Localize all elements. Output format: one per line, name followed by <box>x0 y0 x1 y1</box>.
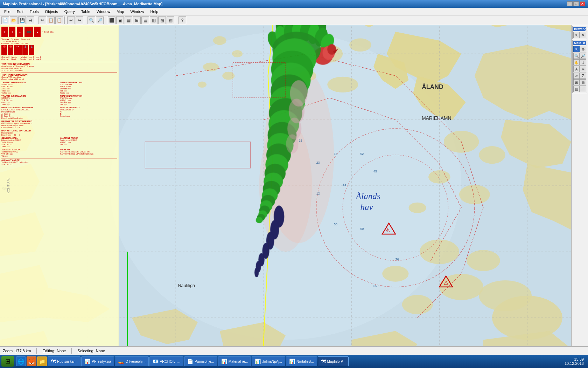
menu-file[interactable]: File <box>1 8 13 15</box>
tb-view2[interactable]: ▣ <box>116 16 124 24</box>
main-title: Main ✕ <box>573 41 586 45</box>
taskbar-nortlje-btn[interactable]: 📊 NortaljeS... <box>286 356 317 366</box>
tb-save[interactable]: 💾 <box>18 16 26 24</box>
explorer-taskbar-btn[interactable]: 📁 <box>37 356 47 366</box>
tb-open[interactable]: 📂 <box>10 16 18 24</box>
taskbar-puomi-btn[interactable]: 📄 Puomiohje... <box>184 356 217 366</box>
restore-button[interactable]: □ <box>573 1 579 6</box>
taskbar: ⊞ 🌐 🦊 📁 🗺 Ruotsin kar... 📊 PP-esityksia … <box>0 355 588 368</box>
tool-info-btn[interactable]: ℹ <box>580 59 586 66</box>
svg-point-15 <box>198 81 206 88</box>
tb-print[interactable]: 🖨 <box>27 16 34 24</box>
tool-select-btn[interactable]: ↖ <box>573 46 580 52</box>
map-area[interactable]: ⚠ ⚠ Ålands hav ÅLAND MARIEHAMN Nautiliga… <box>0 25 571 346</box>
ie-taskbar-btn[interactable]: 🌐 <box>16 356 26 366</box>
menu-window2[interactable]: Window <box>127 8 147 15</box>
svg-text:70: 70 <box>396 258 399 261</box>
main-close-btn[interactable]: ✕ <box>583 41 586 45</box>
tb-view1[interactable]: ⬛ <box>108 16 115 24</box>
ppt2-icon: 📊 <box>255 359 261 364</box>
drawing-close-btn[interactable]: ✕ <box>587 27 588 31</box>
tool-zoom-in-btn[interactable]: 🔍 <box>573 53 580 59</box>
svg-point-5 <box>327 77 358 93</box>
taskbar-jolma-btn[interactable]: 📊 JolmaNpAj... <box>252 356 285 366</box>
tb-paste[interactable]: 📋 <box>55 16 63 24</box>
tool-grid-btn[interactable]: ▦ <box>573 86 580 92</box>
close-button[interactable]: ✕ <box>580 1 585 6</box>
mapinfo-icon: 🗺 <box>321 359 326 364</box>
tool-draw-btn[interactable]: ✏ <box>580 66 586 72</box>
draw-select-btn[interactable]: ↖ <box>573 32 580 38</box>
taskbar-otvene-label: OTveneohj... <box>125 360 145 363</box>
tool-layer-btn[interactable]: ⊞ <box>573 79 580 86</box>
taskbar-puomi-label: Puomiohje... <box>195 360 214 363</box>
clock-date: 10.12.2013 <box>565 361 584 366</box>
tb-help[interactable]: ? <box>178 16 186 24</box>
taskbar-mapinfo-label: MapInfo P... <box>327 360 346 363</box>
menu-window[interactable]: Window <box>94 8 113 15</box>
draw-close-btn[interactable]: ✕ <box>580 32 586 38</box>
editing-label: Editing: <box>42 349 55 353</box>
svg-point-9 <box>459 185 490 204</box>
taskbar-material-label: Material re... <box>229 360 248 363</box>
toolbar: 📄 📂 💾 🖨 ✂ 📋 📋 ↩ ↪ 🔍 🔎 ⬛ ▣ ▦ ⊞ ▤ ▥ ▧ ▨ ? <box>0 15 588 25</box>
menu-tools[interactable]: Tools <box>27 8 42 15</box>
taskbar-material-btn[interactable]: 📊 Material re... <box>218 356 251 366</box>
taskbar-archoil-label: ARCHOIL -... <box>160 360 181 363</box>
taskbar-otvene-btn[interactable]: 🚤 OTveneohj... <box>115 356 148 366</box>
svg-point-3 <box>349 38 371 52</box>
map-icon: 🗺 <box>51 359 56 364</box>
tb-copy[interactable]: 📋 <box>47 16 55 24</box>
svg-point-17 <box>467 250 500 271</box>
menu-objects[interactable]: Objects <box>42 8 61 15</box>
editing-value: None <box>57 349 66 353</box>
taskbar-archoil-btn[interactable]: 📧 ARCHOIL -... <box>149 356 184 366</box>
tool-zoom-rect-btn[interactable]: ⊕ <box>580 46 586 52</box>
sep2 <box>64 16 66 24</box>
status-sep2 <box>71 348 72 354</box>
tool-zoom-out-btn[interactable]: 🔎 <box>580 53 586 59</box>
tb-view4[interactable]: ⊞ <box>133 16 141 24</box>
menu-map[interactable]: Map <box>114 8 127 15</box>
tb-view3[interactable]: ▦ <box>125 16 132 24</box>
menu-query[interactable]: Query <box>62 8 78 15</box>
svg-text:23: 23 <box>316 161 320 164</box>
tb-view6[interactable]: ▥ <box>150 16 158 24</box>
tool-polygon-btn[interactable]: ▱ <box>573 73 580 79</box>
tool-pan-btn[interactable]: ✋ <box>573 59 580 66</box>
tb-new[interactable]: 📄 <box>1 16 9 24</box>
tb-view5[interactable]: ▤ <box>141 16 149 24</box>
drawing-buttons: ↖ ✕ <box>573 32 586 38</box>
sep3 <box>85 16 86 24</box>
tb-view7[interactable]: ▧ <box>158 16 166 24</box>
start-button[interactable]: ⊞ <box>1 356 14 367</box>
menu-edit[interactable]: Edit <box>14 8 26 15</box>
tool-extra-btn[interactable]: ⬜ <box>580 86 586 92</box>
svg-point-21 <box>402 295 433 314</box>
drawing-title: Drawing ✕ <box>573 27 586 31</box>
svg-point-7 <box>479 146 505 164</box>
svg-point-10 <box>409 203 426 213</box>
tb-view8[interactable]: ▨ <box>167 16 174 24</box>
status-bar: Zoom: 177,8 km Editing: None Selecting: … <box>0 346 588 355</box>
firefox-taskbar-btn[interactable]: 🦊 <box>27 356 36 366</box>
menu-help[interactable]: Help <box>148 8 161 15</box>
taskbar-mapinfo-btn[interactable]: 🗺 MapInfo P... <box>318 356 349 366</box>
map-legend: ⬆ ⬆ ▲ ⬛⬛ ▲ = Small Obs Toruma Otransen O… <box>0 25 119 346</box>
tool-layer2-btn[interactable]: ⊟ <box>580 79 586 86</box>
taskbar-pp-btn[interactable]: 📊 PP-esityksia <box>81 356 114 366</box>
tb-zoom2[interactable]: 🔎 <box>96 16 104 24</box>
tb-redo[interactable]: ↪ <box>76 16 83 24</box>
windows-logo-icon: ⊞ <box>5 357 10 365</box>
tb-cut[interactable]: ✂ <box>38 16 46 24</box>
menu-table[interactable]: Table <box>78 8 93 15</box>
tb-undo[interactable]: ↩ <box>67 16 75 24</box>
tool-label-btn[interactable]: A <box>573 66 580 72</box>
title-text: MapInfo Professional - [Market4880boomAh… <box>3 2 162 6</box>
tool-sum-btn[interactable]: Σ <box>580 73 586 79</box>
tb-zoom1[interactable]: 🔍 <box>88 16 95 24</box>
taskbar-ruotsin-btn[interactable]: 🗺 Ruotsin kar... <box>48 356 80 366</box>
minimize-button[interactable]: ─ <box>567 1 573 6</box>
svg-text:ÅLAND: ÅLAND <box>422 83 443 90</box>
svg-text:15: 15 <box>299 139 302 142</box>
